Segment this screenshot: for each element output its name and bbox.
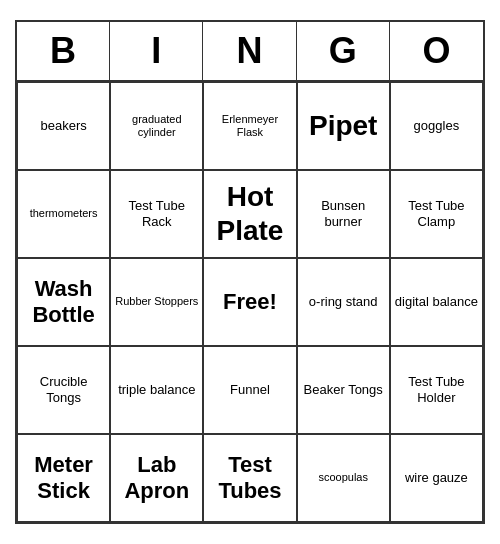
cell-text-8: Bunsen burner — [302, 198, 385, 229]
cell-text-13: o-ring stand — [309, 294, 378, 310]
cell-text-10: Wash Bottle — [22, 276, 105, 329]
bingo-letter-n: N — [203, 22, 296, 80]
cell-text-11: Rubber Stoppers — [115, 295, 198, 308]
bingo-cell-2: Erlenmeyer Flask — [203, 82, 296, 170]
cell-text-19: Test Tube Holder — [395, 374, 478, 405]
bingo-cell-5: thermometers — [17, 170, 110, 258]
bingo-card: BINGO beakersgraduated cylinderErlenmeye… — [15, 20, 485, 524]
bingo-letter-g: G — [297, 22, 390, 80]
cell-text-0: beakers — [40, 118, 86, 134]
cell-text-4: goggles — [414, 118, 460, 134]
bingo-cell-19: Test Tube Holder — [390, 346, 483, 434]
cell-text-17: Funnel — [230, 382, 270, 398]
cell-text-9: Test Tube Clamp — [395, 198, 478, 229]
cell-text-3: Pipet — [309, 109, 377, 143]
cell-text-14: digital balance — [395, 294, 478, 310]
bingo-cell-16: triple balance — [110, 346, 203, 434]
bingo-cell-6: Test Tube Rack — [110, 170, 203, 258]
bingo-cell-0: beakers — [17, 82, 110, 170]
cell-text-12: Free! — [223, 289, 277, 315]
bingo-letter-i: I — [110, 22, 203, 80]
cell-text-20: Meter Stick — [22, 452, 105, 505]
cell-text-5: thermometers — [30, 207, 98, 220]
cell-text-24: wire gauze — [405, 470, 468, 486]
bingo-cell-23: scoopulas — [297, 434, 390, 522]
bingo-cell-7: Hot Plate — [203, 170, 296, 258]
bingo-cell-20: Meter Stick — [17, 434, 110, 522]
cell-text-16: triple balance — [118, 382, 195, 398]
cell-text-21: Lab Apron — [115, 452, 198, 505]
bingo-cell-22: Test Tubes — [203, 434, 296, 522]
bingo-cell-12: Free! — [203, 258, 296, 346]
bingo-cell-24: wire gauze — [390, 434, 483, 522]
cell-text-2: Erlenmeyer Flask — [208, 113, 291, 139]
bingo-cell-18: Beaker Tongs — [297, 346, 390, 434]
cell-text-7: Hot Plate — [208, 180, 291, 247]
bingo-cell-17: Funnel — [203, 346, 296, 434]
bingo-cell-9: Test Tube Clamp — [390, 170, 483, 258]
bingo-letter-b: B — [17, 22, 110, 80]
bingo-cell-13: o-ring stand — [297, 258, 390, 346]
bingo-cell-14: digital balance — [390, 258, 483, 346]
cell-text-23: scoopulas — [318, 471, 368, 484]
cell-text-18: Beaker Tongs — [304, 382, 383, 398]
bingo-cell-3: Pipet — [297, 82, 390, 170]
bingo-cell-4: goggles — [390, 82, 483, 170]
cell-text-1: graduated cylinder — [115, 113, 198, 139]
bingo-grid: beakersgraduated cylinderErlenmeyer Flas… — [17, 82, 483, 522]
bingo-cell-15: Crucible Tongs — [17, 346, 110, 434]
bingo-cell-8: Bunsen burner — [297, 170, 390, 258]
bingo-cell-1: graduated cylinder — [110, 82, 203, 170]
bingo-cell-10: Wash Bottle — [17, 258, 110, 346]
cell-text-22: Test Tubes — [208, 452, 291, 505]
cell-text-15: Crucible Tongs — [22, 374, 105, 405]
cell-text-6: Test Tube Rack — [115, 198, 198, 229]
bingo-cell-11: Rubber Stoppers — [110, 258, 203, 346]
bingo-letter-o: O — [390, 22, 483, 80]
bingo-header: BINGO — [17, 22, 483, 82]
bingo-cell-21: Lab Apron — [110, 434, 203, 522]
